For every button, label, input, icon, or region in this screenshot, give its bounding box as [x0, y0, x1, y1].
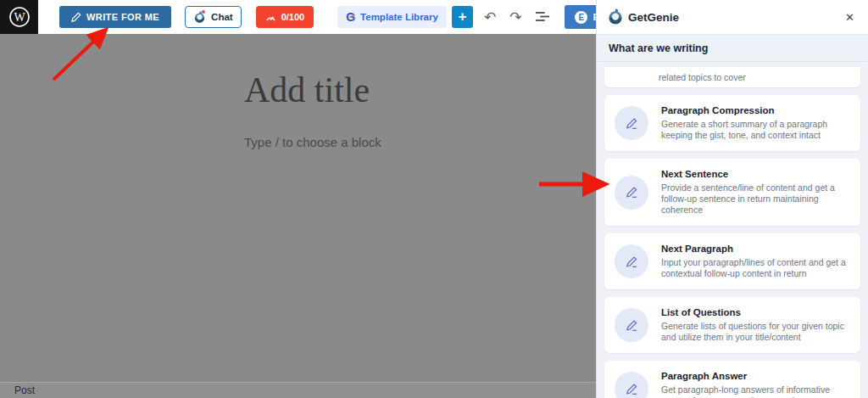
template-title: Paragraph Answer [661, 371, 850, 381]
template-card-paragraph-answer[interactable]: Paragraph Answer Get paragraph-long answ… [604, 361, 860, 398]
pencil-icon [71, 12, 81, 22]
undo-button[interactable]: ↶ [481, 8, 498, 26]
pencil-icon [626, 117, 638, 130]
template-description: related topics to cover [659, 72, 746, 87]
pencil-badge [615, 308, 648, 342]
undo-icon: ↶ [484, 9, 496, 25]
document-breadcrumb: Post [14, 384, 35, 396]
template-description: Provide a sentence/line of content and g… [661, 182, 850, 216]
wordpress-logo-icon: W [8, 5, 31, 29]
pencil-badge [615, 106, 648, 140]
template-card-next-paragraph[interactable]: Next Paragraph Input your paragraph/line… [604, 233, 860, 289]
write-for-me-button[interactable]: WRITE FOR ME [59, 6, 171, 28]
template-card-next-sentence[interactable]: Next Sentence Provide a sentence/line of… [604, 159, 860, 226]
chat-label: Chat [211, 12, 233, 22]
block-placeholder-input[interactable]: Type / to choose a block [244, 135, 381, 149]
getgenie-sidebar: GetGenie ✕ What are we writing related t… [596, 0, 868, 398]
add-block-button[interactable]: + [452, 6, 473, 28]
template-description: Generate a short summary of a paragraph … [661, 119, 850, 141]
credits-counter-button[interactable]: 0/100 [256, 6, 314, 28]
template-description: Get paragraph-long answers of informativ… [661, 384, 850, 398]
template-library-button[interactable]: G Template Library [337, 6, 447, 28]
plus-icon: + [458, 8, 466, 25]
editor-canvas: Add title Type / to choose a block Post [0, 34, 596, 398]
write-for-me-label: WRITE FOR ME [86, 12, 159, 22]
close-icon: ✕ [845, 11, 854, 24]
post-title-input[interactable]: Add title [244, 70, 370, 110]
wordpress-menu-button[interactable]: W [0, 0, 38, 34]
template-card-list-of-questions[interactable]: List of Questions Generate lists of ques… [604, 297, 860, 353]
template-card-partial[interactable]: related topics to cover [604, 67, 860, 87]
redo-button[interactable]: ↷ [507, 8, 524, 26]
pencil-icon [626, 383, 638, 395]
sidebar-header: GetGenie ✕ [597, 0, 868, 35]
template-description: Input your paragraph/lines of content an… [661, 257, 850, 279]
editor-status-bar: Post [0, 382, 596, 398]
getgenie-g-icon: G [346, 11, 355, 23]
pencil-icon [626, 319, 638, 332]
pencil-icon [626, 255, 638, 268]
template-description: Generate lists of questions for your giv… [661, 321, 850, 343]
list-view-button[interactable] [532, 8, 553, 26]
section-title: What are we writing [609, 42, 708, 54]
getgenie-brand: GetGenie [607, 8, 679, 25]
template-title: Next Sentence [661, 169, 850, 179]
pencil-badge [615, 244, 648, 278]
list-view-icon [535, 11, 550, 22]
template-title: List of Questions [661, 307, 850, 317]
wordpress-editor-with-getgenie: W WRITE FOR ME Chat 0/100 [0, 0, 868, 398]
section-heading-band: What are we writing [597, 35, 868, 62]
brand-name: GetGenie [628, 11, 679, 24]
redo-icon: ↷ [509, 9, 521, 25]
template-title: Paragraph Compression [661, 105, 850, 115]
pencil-badge [615, 176, 648, 210]
svg-text:W: W [14, 11, 25, 24]
genie-logo-icon [607, 8, 624, 25]
chat-button[interactable]: Chat [185, 6, 242, 28]
pencil-badge [615, 372, 648, 398]
template-library-label: Template Library [360, 12, 438, 22]
template-title: Next Paragraph [661, 244, 850, 254]
gauge-icon [265, 13, 276, 21]
credits-label: 0/100 [281, 12, 305, 22]
close-sidebar-button[interactable]: ✕ [842, 9, 858, 25]
elementor-icon: E [575, 11, 587, 24]
template-list: related topics to cover Paragraph Compre… [597, 62, 868, 398]
template-card-paragraph-compression[interactable]: Paragraph Compression Generate a short s… [604, 95, 860, 151]
pencil-icon [626, 186, 638, 199]
